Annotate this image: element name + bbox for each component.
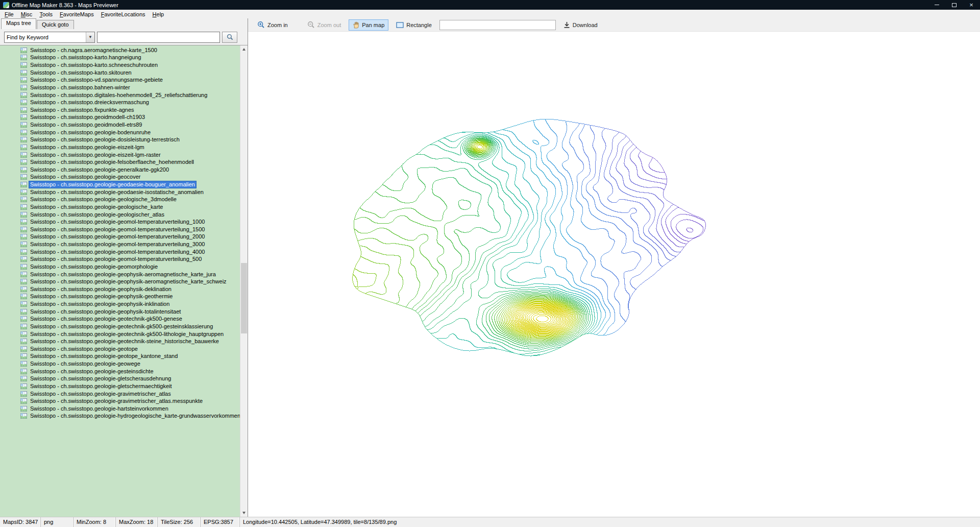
tree-item[interactable]: Swisstopo - ch.swisstopo.geologie-geotec… [0, 330, 240, 338]
tree-item[interactable]: Swisstopo - ch.swisstopo.fixpunkte-agnes [0, 106, 240, 114]
map-layer-icon [20, 272, 27, 277]
pan-map-button[interactable]: Pan map [349, 19, 388, 31]
tree-item[interactable]: Swisstopo - ch.swisstopo.geologie-geomol… [0, 233, 240, 241]
zoom-out-button: Zoom out [303, 19, 345, 31]
status-bar: MapsID: 3847 png MinZoom: 8 MaxZoom: 18 … [0, 517, 980, 527]
tree-item[interactable]: Swisstopo - ch.swisstopo.geologie-geotec… [0, 323, 240, 330]
tree-item-label: Swisstopo - ch.swisstopo-karto.skitouren [29, 69, 133, 76]
tree-item-label: Swisstopo - ch.swisstopo.digitales-hoehe… [29, 92, 208, 99]
rectangle-icon [396, 22, 404, 28]
maximize-button[interactable] [945, 0, 963, 10]
tree-item[interactable]: Swisstopo - ch.swisstopo.geologie-geomol… [0, 218, 240, 226]
tree-item-label: Swisstopo - ch.swisstopo.geologie-geotop… [29, 346, 139, 352]
search-input[interactable] [97, 32, 220, 43]
tab-quick-goto[interactable]: Quick goto [37, 20, 74, 29]
rectangle-button[interactable]: Rectangle [392, 19, 436, 31]
tree-item[interactable]: Swisstopo - ch.swisstopo.geologie-geolog… [0, 196, 240, 204]
tree-item[interactable]: Swisstopo - ch.swisstopo.geologie-gestei… [0, 368, 240, 375]
close-button[interactable]: × [963, 0, 980, 10]
tree-item[interactable]: Swisstopo - ch.swisstopo.geologie-geomol… [0, 226, 240, 233]
tree-item-label: Swisstopo - ch.swisstopo.geologie-geolog… [29, 196, 178, 203]
tree-item[interactable]: Swisstopo - ch.swisstopo.geologie-geophy… [0, 293, 240, 301]
tree-item[interactable]: Swisstopo - ch.swisstopo.geologie-geotop… [0, 353, 240, 361]
tree-item[interactable]: Swisstopo - ch.swisstopo.bahnen-winter [0, 84, 240, 91]
tree-item[interactable]: Swisstopo - ch.swisstopo.geologie-hartst… [0, 405, 240, 413]
tree-item-label: Swisstopo - ch.swisstopo.geologie-eiszei… [29, 152, 162, 158]
tree-item[interactable]: Swisstopo - ch.swisstopo.geoidmodell-ch1… [0, 114, 240, 122]
maps-tree-list: Swisstopo - ch.nagra.aeromagnetische-kar… [0, 46, 240, 517]
tree-item[interactable]: Swisstopo - ch.swisstopo.geologie-hydrog… [0, 413, 240, 420]
tree-item[interactable]: Swisstopo - ch.swisstopo.geologie-geophy… [0, 278, 240, 285]
tree-item[interactable]: Swisstopo - ch.swisstopo.geologie-geomol… [0, 256, 240, 264]
tree-item[interactable]: Swisstopo - ch.swisstopo.geologie-geodae… [0, 188, 240, 196]
zoom-out-label: Zoom out [317, 22, 341, 28]
chevron-down-icon[interactable]: ▼ [86, 32, 94, 42]
tree-item[interactable]: Swisstopo - ch.swisstopo.geologie-geophy… [0, 285, 240, 293]
menu-favoritelocations[interactable]: FavoriteLocations [97, 11, 149, 18]
tree-item[interactable]: Swisstopo - ch.swisstopo.geologie-eiszei… [0, 143, 240, 151]
tree-item[interactable]: Swisstopo - ch.swisstopo.digitales-hoehe… [0, 91, 240, 99]
tree-item-selected[interactable]: Swisstopo - ch.swisstopo.geologie-geodae… [0, 181, 240, 188]
tree-item[interactable]: Swisstopo - ch.swisstopo.geologie-gravim… [0, 397, 240, 405]
scrollbar-track[interactable] [240, 53, 248, 509]
map-layer-icon [20, 70, 27, 76]
tree-item[interactable]: Swisstopo - ch.swisstopo.geologie-geomol… [0, 248, 240, 256]
map-layer-icon [20, 85, 27, 90]
tree-item[interactable]: Swisstopo - ch.swisstopo.geologie-geomor… [0, 263, 240, 271]
tree-item[interactable]: Swisstopo - ch.swisstopo.dreiecksvermasc… [0, 99, 240, 106]
menu-favoritemaps[interactable]: FavoriteMaps [56, 11, 97, 18]
tree-item[interactable]: Swisstopo - ch.swisstopo.geologie-geolog… [0, 203, 240, 211]
tree-item[interactable]: Swisstopo - ch.swisstopo.geoidmodell-etr… [0, 121, 240, 129]
tree-item-label: Swisstopo - ch.swisstopo-karto.hangneigu… [29, 54, 142, 61]
tree-item[interactable]: Swisstopo - ch.swisstopo.geologie-geophy… [0, 300, 240, 308]
search-button[interactable] [222, 32, 237, 43]
tree-item[interactable]: Swisstopo - ch.swisstopo.geologie-gletsc… [0, 375, 240, 383]
tree-item[interactable]: Swisstopo - ch.swisstopo.geologie-geolog… [0, 211, 240, 219]
tree-item-label: Swisstopo - ch.swisstopo.geologie-gravim… [29, 398, 204, 404]
scroll-up-button[interactable] [240, 45, 248, 53]
minimize-button[interactable] [928, 0, 945, 10]
tree-item[interactable]: Swisstopo - ch.swisstopo-vd.spannungsarm… [0, 77, 240, 84]
tree-item[interactable]: Swisstopo - ch.swisstopo.geologie-eiszei… [0, 151, 240, 159]
scroll-down-button[interactable] [240, 509, 248, 517]
map-layer-icon [20, 384, 27, 389]
tree-item[interactable]: Swisstopo - ch.swisstopo.geologie-geocov… [0, 174, 240, 181]
tree-item[interactable]: Swisstopo - ch.swisstopo.geologie-geotec… [0, 338, 240, 345]
tree-item-label: Swisstopo - ch.swisstopo.geologie-geodae… [29, 181, 196, 188]
tree-item[interactable]: Swisstopo - ch.swisstopo.geologie-genera… [0, 166, 240, 174]
tree-item[interactable]: Swisstopo - ch.nagra.aeromagnetische-kar… [0, 46, 240, 54]
pan-map-label: Pan map [362, 22, 384, 28]
tree-item[interactable]: Swisstopo - ch.swisstopo.geologie-geomol… [0, 241, 240, 248]
map-layer-icon [20, 130, 27, 135]
tree-item-label: Swisstopo - ch.swisstopo.geologie-gravim… [29, 391, 172, 397]
tree-item[interactable]: Swisstopo - ch.swisstopo.geologie-geotec… [0, 316, 240, 323]
tree-item[interactable]: Swisstopo - ch.swisstopo.geologie-dosisl… [0, 136, 240, 144]
toolbar-input[interactable] [439, 20, 556, 30]
tree-item[interactable]: Swisstopo - ch.swisstopo.geologie-geophy… [0, 308, 240, 316]
map-layer-icon [20, 324, 27, 329]
menu-misc[interactable]: Misc [17, 11, 36, 18]
tree-item[interactable]: Swisstopo - ch.swisstopo.geologie-bodenu… [0, 129, 240, 136]
tree-item[interactable]: Swisstopo - ch.swisstopo-karto.schneesch… [0, 61, 240, 69]
menu-help[interactable]: Help [149, 11, 168, 18]
tree-item[interactable]: Swisstopo - ch.swisstopo.geologie-geotop… [0, 345, 240, 353]
tab-maps-tree[interactable]: Maps tree [1, 18, 36, 29]
map-preview[interactable] [248, 32, 980, 517]
tree-item[interactable]: Swisstopo - ch.swisstopo.geologie-geoweg… [0, 360, 240, 368]
tree-item-label: Swisstopo - ch.swisstopo.geologie-dosisl… [29, 136, 181, 143]
tree-item[interactable]: Swisstopo - ch.swisstopo.geologie-felsob… [0, 158, 240, 166]
search-mode-dropdown[interactable]: Find by Keyword ▼ [4, 32, 95, 43]
tree-item[interactable]: Swisstopo - ch.swisstopo-karto.skitouren [0, 69, 240, 77]
tree-item-label: Swisstopo - ch.swisstopo.geologie-gletsc… [29, 383, 173, 390]
tree-scrollbar[interactable] [240, 45, 248, 517]
scrollbar-thumb[interactable] [241, 263, 247, 333]
tree-item[interactable]: Swisstopo - ch.swisstopo-karto.hangneigu… [0, 54, 240, 62]
tree-item[interactable]: Swisstopo - ch.swisstopo.geologie-gravim… [0, 390, 240, 398]
download-button[interactable]: Download [559, 19, 602, 31]
map-layer-icon [20, 316, 27, 322]
tree-item[interactable]: Swisstopo - ch.swisstopo.geologie-geophy… [0, 271, 240, 278]
menu-tools[interactable]: Tools [36, 11, 56, 18]
menu-file[interactable]: File [1, 11, 17, 18]
zoom-in-button[interactable]: Zoom in [253, 19, 292, 31]
tree-item[interactable]: Swisstopo - ch.swisstopo.geologie-gletsc… [0, 382, 240, 390]
